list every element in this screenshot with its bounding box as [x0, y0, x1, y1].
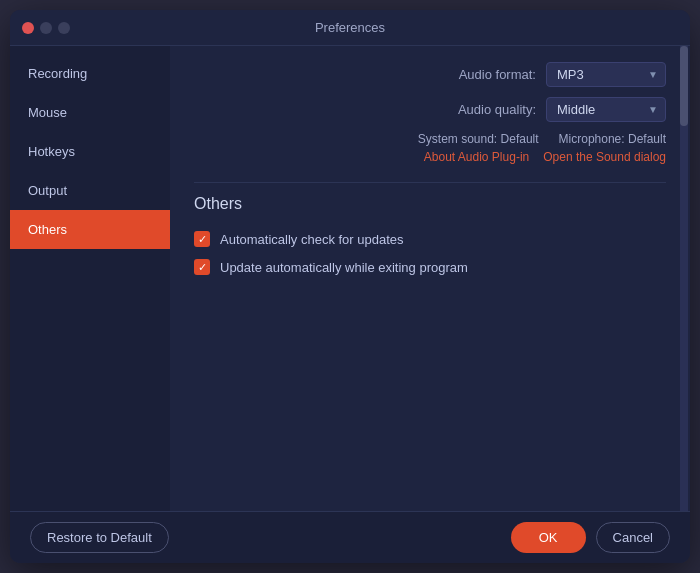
content-area: Audio format: MP3 AAC WAV ▼ Audio qualit…: [170, 46, 690, 511]
cancel-button[interactable]: Cancel: [596, 522, 670, 553]
checkbox-auto-update-exit-label: Update automatically while exiting progr…: [220, 260, 468, 275]
sidebar: Recording Mouse Hotkeys Output Others: [10, 46, 170, 511]
footer: Restore to Default OK Cancel: [10, 511, 690, 563]
audio-quality-row: Audio quality: Middle Low High ▼: [194, 97, 666, 122]
title-bar: Preferences: [10, 10, 690, 46]
audio-format-label: Audio format:: [459, 67, 536, 82]
sidebar-item-recording[interactable]: Recording: [10, 54, 170, 93]
minimize-button[interactable]: [40, 22, 52, 34]
checkbox-auto-update-exit-row: ✓ Update automatically while exiting pro…: [194, 259, 666, 275]
checkbox-auto-check-updates-row: ✓ Automatically check for updates: [194, 231, 666, 247]
main-content: Recording Mouse Hotkeys Output Others Au…: [10, 46, 690, 511]
checkmark-icon: ✓: [198, 234, 207, 245]
section-divider: [194, 182, 666, 183]
audio-format-select-wrapper: MP3 AAC WAV ▼: [546, 62, 666, 87]
open-sound-dialog-link[interactable]: Open the Sound dialog: [543, 150, 666, 164]
section-title: Others: [194, 195, 666, 213]
scrollbar-track: [680, 46, 688, 511]
audio-format-row: Audio format: MP3 AAC WAV ▼: [194, 62, 666, 87]
checkbox-auto-check-updates-label: Automatically check for updates: [220, 232, 404, 247]
close-button[interactable]: [22, 22, 34, 34]
checkmark-icon: ✓: [198, 262, 207, 273]
ok-button[interactable]: OK: [511, 522, 586, 553]
audio-quality-select[interactable]: Middle Low High: [546, 97, 666, 122]
checkbox-auto-check-updates[interactable]: ✓: [194, 231, 210, 247]
checkbox-auto-update-exit[interactable]: ✓: [194, 259, 210, 275]
window-title: Preferences: [315, 20, 385, 35]
audio-quality-select-wrapper: Middle Low High ▼: [546, 97, 666, 122]
maximize-button[interactable]: [58, 22, 70, 34]
scrollbar-thumb[interactable]: [680, 46, 688, 126]
traffic-lights: [22, 22, 70, 34]
sidebar-item-others[interactable]: Others: [10, 210, 170, 249]
audio-format-select[interactable]: MP3 AAC WAV: [546, 62, 666, 87]
sound-mic-row: System sound: Default Microphone: Defaul…: [194, 132, 666, 146]
sidebar-item-hotkeys[interactable]: Hotkeys: [10, 132, 170, 171]
footer-right-buttons: OK Cancel: [511, 522, 670, 553]
system-sound-info: System sound: Default: [418, 132, 539, 146]
audio-quality-label: Audio quality:: [458, 102, 536, 117]
microphone-info: Microphone: Default: [559, 132, 666, 146]
sidebar-item-output[interactable]: Output: [10, 171, 170, 210]
preferences-window: Preferences Recording Mouse Hotkeys Outp…: [10, 10, 690, 563]
sidebar-item-mouse[interactable]: Mouse: [10, 93, 170, 132]
restore-default-button[interactable]: Restore to Default: [30, 522, 169, 553]
audio-links-row: About Audio Plug-in Open the Sound dialo…: [194, 150, 666, 164]
about-plugin-link[interactable]: About Audio Plug-in: [424, 150, 529, 164]
